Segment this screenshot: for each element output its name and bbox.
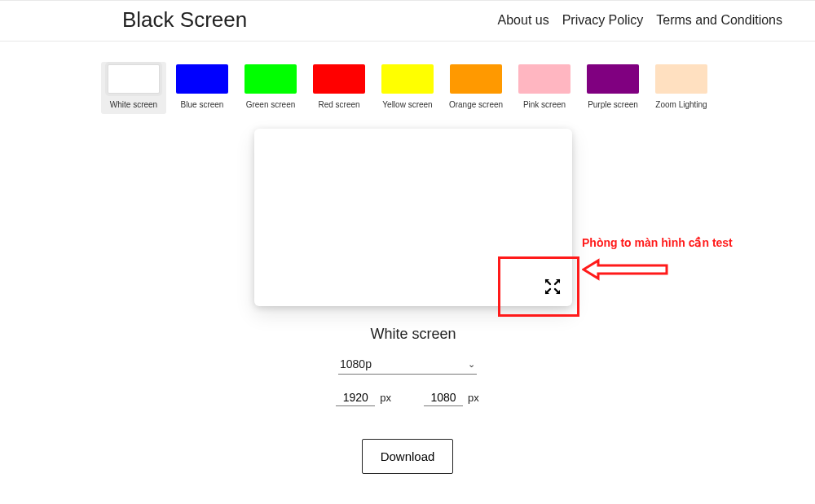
swatch-purple[interactable]: Purple screen [584, 64, 642, 109]
swatch-pink[interactable]: Pink screen [515, 64, 574, 109]
swatch-color-box [655, 64, 707, 94]
swatch-color-box [450, 64, 502, 94]
swatch-color-box [381, 64, 434, 94]
swatch-white[interactable]: White screen [101, 62, 166, 114]
swatch-label: Zoom Lighting [655, 100, 707, 109]
swatch-red[interactable]: Red screen [310, 64, 368, 109]
height-unit: px [468, 392, 479, 404]
swatch-label: Purple screen [588, 100, 638, 109]
swatch-label: Yellow screen [382, 100, 432, 109]
swatch-color-box [108, 64, 160, 94]
main-content: White screen Blue screen Green screen Re… [0, 42, 815, 474]
swatch-color-box [518, 64, 570, 94]
swatch-zoom-lighting[interactable]: Zoom Lighting [652, 64, 711, 109]
download-button[interactable]: Download [362, 439, 454, 474]
swatch-label: Green screen [246, 100, 296, 109]
swatch-color-box [244, 64, 297, 94]
arrow-left-icon [582, 257, 672, 282]
nav-privacy[interactable]: Privacy Policy [562, 13, 644, 28]
swatch-label: White screen [110, 100, 157, 109]
resolution-value: 1080p [340, 357, 372, 370]
color-swatch-row: White screen Blue screen Green screen Re… [104, 64, 711, 109]
annotation-arrow [582, 257, 672, 282]
nav-links: About us Privacy Policy Terms and Condit… [498, 13, 782, 28]
swatch-color-box [313, 64, 365, 94]
annotation-text: Phòng to màn hình cần test [582, 236, 733, 249]
resolution-select[interactable]: 1080p ⌄ [338, 354, 477, 375]
preview-area: Phòng to màn hình cần test [254, 129, 572, 306]
top-bar: Black Screen About us Privacy Policy Ter… [0, 0, 815, 42]
nav-terms[interactable]: Terms and Conditions [656, 13, 782, 28]
swatch-label: Blue screen [181, 100, 224, 109]
fullscreen-button[interactable] [543, 277, 562, 296]
screen-preview [254, 129, 572, 306]
height-input[interactable] [424, 389, 463, 406]
width-input[interactable] [336, 389, 375, 406]
chevron-down-icon: ⌄ [468, 359, 475, 370]
width-field: px [336, 389, 391, 406]
swatch-green[interactable]: Green screen [241, 64, 300, 109]
swatch-color-box [176, 64, 228, 94]
swatch-orange[interactable]: Orange screen [447, 64, 505, 109]
width-unit: px [380, 392, 391, 404]
nav-about[interactable]: About us [498, 13, 549, 28]
swatch-label: Red screen [318, 100, 359, 109]
height-field: px [424, 389, 479, 406]
swatch-label: Pink screen [523, 100, 566, 109]
current-screen-title: White screen [370, 326, 456, 343]
swatch-blue[interactable]: Blue screen [173, 64, 231, 109]
swatch-yellow[interactable]: Yellow screen [378, 64, 437, 109]
swatch-label: Orange screen [449, 100, 503, 109]
swatch-color-box [587, 64, 639, 94]
resolution-row: 1080p ⌄ [0, 354, 815, 375]
expand-icon [543, 285, 562, 299]
dimensions-row: px px [336, 389, 478, 406]
brand-title[interactable]: Black Screen [122, 7, 247, 33]
